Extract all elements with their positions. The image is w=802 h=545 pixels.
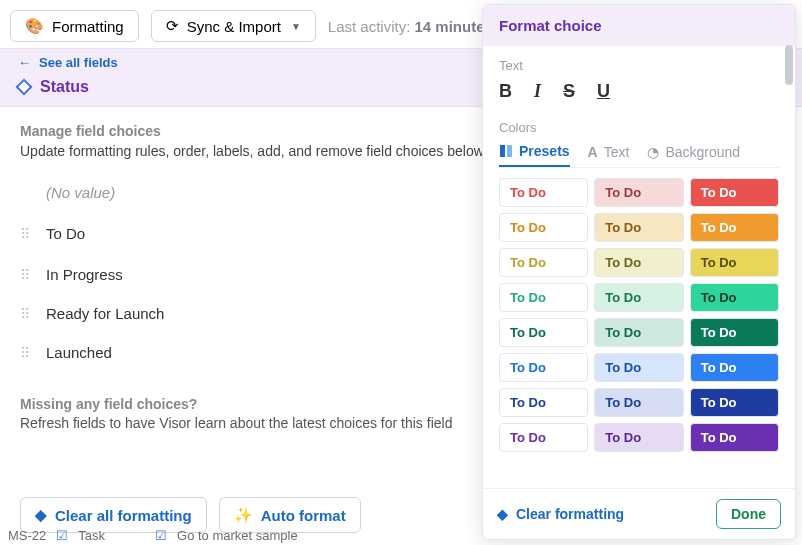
text-color-icon: A	[588, 144, 598, 160]
preset-swatch[interactable]: To Do	[594, 178, 683, 207]
checkbox-icon: ☑	[56, 528, 68, 543]
text-section-label: Text	[499, 58, 779, 73]
drag-handle-icon[interactable]: ⠿	[20, 345, 36, 361]
preset-swatch[interactable]: To Do	[499, 248, 588, 277]
preset-swatch[interactable]: To Do	[594, 318, 683, 347]
preset-swatch[interactable]: To Do	[499, 178, 588, 207]
arrow-left-icon: ←	[18, 55, 31, 70]
preset-swatch[interactable]: To Do	[690, 248, 779, 277]
drag-handle-icon[interactable]: ⠿	[20, 226, 36, 242]
palette-icon: 🎨	[25, 17, 44, 35]
preset-swatch[interactable]: To Do	[594, 388, 683, 417]
done-button[interactable]: Done	[716, 499, 781, 529]
preset-swatch[interactable]: To Do	[690, 388, 779, 417]
preset-swatch[interactable]: To Do	[690, 178, 779, 207]
colors-section-label: Colors	[499, 120, 779, 135]
preset-swatch[interactable]: To Do	[594, 423, 683, 452]
presets-icon	[499, 144, 513, 158]
preset-swatch[interactable]: To Do	[690, 318, 779, 347]
preset-swatch[interactable]: To Do	[690, 213, 779, 242]
preset-swatch[interactable]: To Do	[499, 318, 588, 347]
preset-swatch[interactable]: To Do	[690, 423, 779, 452]
chevron-down-icon: ▼	[291, 21, 301, 32]
diamond-icon: ◆	[35, 506, 47, 524]
scrollbar[interactable]	[785, 45, 793, 85]
wand-icon: ✨	[234, 506, 253, 524]
italic-button[interactable]: I	[534, 81, 541, 102]
formatting-button[interactable]: 🎨 Formatting	[10, 10, 139, 42]
preset-swatch[interactable]: To Do	[499, 353, 588, 382]
diamond-icon: ◆	[497, 506, 508, 522]
svg-rect-0	[500, 145, 505, 157]
formatting-label: Formatting	[52, 18, 124, 35]
diamond-icon	[16, 79, 33, 96]
strikethrough-button[interactable]: S	[563, 81, 575, 102]
last-activity: Last activity: 14 minutes	[328, 18, 493, 35]
drag-handle-icon[interactable]: ⠿	[20, 267, 36, 283]
drag-handle-icon[interactable]: ⠿	[20, 306, 36, 322]
preset-swatch[interactable]: To Do	[594, 213, 683, 242]
preset-swatch[interactable]: To Do	[499, 213, 588, 242]
preset-swatch[interactable]: To Do	[594, 353, 683, 382]
preset-swatch[interactable]: To Do	[499, 388, 588, 417]
format-choice-popover: Format choice Text B I S U Colors Preset…	[482, 4, 796, 540]
background-row-peek: MS-22 ☑ Task ☑ Go to market sample	[0, 526, 306, 545]
popover-title: Format choice	[483, 5, 795, 46]
bucket-icon: ◔	[647, 144, 659, 160]
preset-swatch[interactable]: To Do	[594, 283, 683, 312]
sync-label: Sync & Import	[187, 18, 281, 35]
tab-presets[interactable]: Presets	[499, 143, 570, 167]
preset-swatch[interactable]: To Do	[690, 283, 779, 312]
preset-swatch[interactable]: To Do	[499, 423, 588, 452]
bold-button[interactable]: B	[499, 81, 512, 102]
underline-button[interactable]: U	[597, 81, 610, 102]
tab-background[interactable]: ◔ Background	[647, 143, 740, 167]
sync-import-button[interactable]: ⟳ Sync & Import ▼	[151, 10, 316, 42]
tab-text[interactable]: A Text	[588, 143, 630, 167]
clear-formatting-button[interactable]: ◆ Clear formatting	[497, 506, 624, 522]
preset-swatch-grid: To DoTo DoTo DoTo DoTo DoTo DoTo DoTo Do…	[499, 178, 779, 452]
svg-rect-1	[507, 145, 512, 157]
sync-icon: ⟳	[166, 17, 179, 35]
preset-swatch[interactable]: To Do	[594, 248, 683, 277]
checkbox-icon: ☑	[155, 528, 167, 543]
preset-swatch[interactable]: To Do	[499, 283, 588, 312]
preset-swatch[interactable]: To Do	[690, 353, 779, 382]
